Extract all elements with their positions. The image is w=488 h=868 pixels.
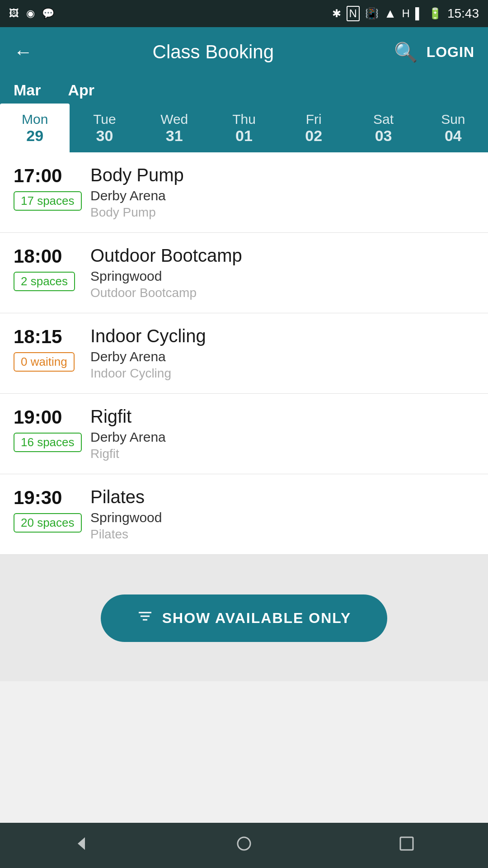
class-item-rigfit[interactable]: 19:00 16 spaces Rigfit Derby Arena Rigfi…: [0, 394, 488, 474]
month-header: Mar Apr: [0, 77, 488, 104]
day-tabs: Mon 29 Tue 30 Wed 31 Thu 01 Fri 02 Sat 0…: [0, 104, 488, 152]
filter-icon: [137, 608, 153, 628]
whatsapp-icon: 💬: [42, 8, 54, 19]
signal-bars-icon: ▌: [415, 7, 423, 20]
class-name-1: Outdoor Bootcamp: [90, 245, 474, 266]
class-time-block-1: 18:00 2 spaces: [14, 245, 86, 291]
back-nav-icon[interactable]: [72, 835, 90, 857]
spaces-badge-1: 2 spaces: [14, 272, 75, 291]
class-time-0: 17:00: [14, 165, 62, 187]
status-bar-left-icons: 🖼 ◉ 💬: [9, 8, 54, 19]
class-name-3: Rigfit: [90, 406, 474, 427]
class-time-block-2: 18:15 0 waiting: [14, 326, 86, 372]
spaces-badge-0: 17 spaces: [14, 191, 82, 211]
svg-marker-3: [78, 837, 85, 850]
nfc-icon: N: [347, 6, 360, 21]
class-venue-0: Derby Arena: [90, 188, 474, 203]
bluetooth-icon: ✱: [332, 7, 341, 20]
class-time-3: 19:00: [14, 406, 62, 428]
network-h-icon: H: [402, 7, 410, 20]
class-venue-3: Derby Arena: [90, 429, 474, 445]
day-tab-tue[interactable]: Tue 30: [70, 104, 139, 152]
class-info-4: Pilates Springwood Pilates: [86, 487, 474, 542]
class-type-2: Indoor Cycling: [90, 366, 474, 381]
class-info-3: Rigfit Derby Arena Rigfit: [86, 406, 474, 461]
login-button[interactable]: LOGIN: [427, 44, 474, 61]
show-available-label: SHOW AVAILABLE ONLY: [162, 610, 351, 627]
class-info-0: Body Pump Derby Arena Body Pump: [86, 165, 474, 220]
signal-icon: ◉: [26, 8, 35, 19]
wifi-icon: ▲: [384, 6, 397, 21]
vibrate-icon: 📳: [365, 7, 379, 20]
class-time-block-3: 19:00 16 spaces: [14, 406, 86, 452]
spaces-badge-3: 16 spaces: [14, 433, 82, 452]
image-icon: 🖼: [9, 8, 19, 19]
status-bar-right-icons: ✱ N 📳 ▲ H ▌ 🔋 15:43: [332, 6, 479, 21]
home-nav-icon[interactable]: [235, 835, 253, 857]
footer-area: SHOW AVAILABLE ONLY: [0, 555, 488, 681]
class-item-cycling[interactable]: 18:15 0 waiting Indoor Cycling Derby Are…: [0, 313, 488, 394]
app-bar: ← Class Booking 🔍 LOGIN: [0, 27, 488, 77]
class-time-1: 18:00: [14, 245, 62, 267]
day-tab-wed[interactable]: Wed 31: [140, 104, 209, 152]
class-type-3: Rigfit: [90, 447, 474, 461]
svg-point-4: [238, 837, 250, 850]
spaces-badge-4: 20 spaces: [14, 513, 82, 533]
current-month[interactable]: Apr: [68, 81, 94, 104]
class-info-2: Indoor Cycling Derby Arena Indoor Cyclin…: [86, 326, 474, 381]
day-tab-mon[interactable]: Mon 29: [0, 104, 70, 152]
clock: 15:43: [447, 6, 479, 21]
recents-nav-icon[interactable]: [398, 835, 416, 857]
class-item-bodypump[interactable]: 17:00 17 spaces Body Pump Derby Arena Bo…: [0, 152, 488, 233]
spaces-badge-2: 0 waiting: [14, 352, 75, 372]
day-tab-sat[interactable]: Sat 03: [348, 104, 418, 152]
class-name-0: Body Pump: [90, 165, 474, 185]
app-title: Class Booking: [42, 41, 385, 63]
day-tab-thu[interactable]: Thu 01: [209, 104, 279, 152]
class-venue-1: Springwood: [90, 269, 474, 284]
class-type-0: Body Pump: [90, 205, 474, 220]
day-tab-sun[interactable]: Sun 04: [418, 104, 488, 152]
class-time-2: 18:15: [14, 326, 62, 348]
prev-month[interactable]: Mar: [14, 81, 41, 104]
svg-rect-5: [400, 837, 413, 850]
show-available-button[interactable]: SHOW AVAILABLE ONLY: [101, 594, 387, 642]
class-item-bootcamp[interactable]: 18:00 2 spaces Outdoor Bootcamp Springwo…: [0, 233, 488, 313]
class-info-1: Outdoor Bootcamp Springwood Outdoor Boot…: [86, 245, 474, 300]
class-type-4: Pilates: [90, 527, 474, 542]
class-item-pilates[interactable]: 19:30 20 spaces Pilates Springwood Pilat…: [0, 474, 488, 555]
back-button[interactable]: ←: [14, 41, 33, 63]
class-list: 17:00 17 spaces Body Pump Derby Arena Bo…: [0, 152, 488, 555]
day-tab-fri[interactable]: Fri 02: [279, 104, 348, 152]
class-time-block-0: 17:00 17 spaces: [14, 165, 86, 211]
class-name-2: Indoor Cycling: [90, 326, 474, 346]
nav-bar: [0, 823, 488, 868]
class-time-block-4: 19:30 20 spaces: [14, 487, 86, 533]
class-venue-4: Springwood: [90, 510, 474, 525]
class-venue-2: Derby Arena: [90, 349, 474, 364]
search-button[interactable]: 🔍: [394, 41, 418, 63]
battery-icon: 🔋: [428, 7, 442, 20]
class-name-4: Pilates: [90, 487, 474, 507]
class-type-1: Outdoor Bootcamp: [90, 286, 474, 300]
status-bar: 🖼 ◉ 💬 ✱ N 📳 ▲ H ▌ 🔋 15:43: [0, 0, 488, 27]
class-time-4: 19:30: [14, 487, 62, 509]
